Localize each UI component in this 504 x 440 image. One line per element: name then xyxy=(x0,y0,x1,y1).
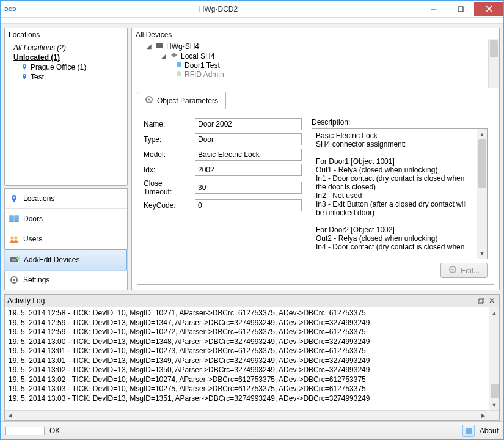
log-vertical-scrollbar[interactable]: ▲▼ xyxy=(489,307,499,410)
title-bar: DCD HWg-DCD2 xyxy=(1,1,503,18)
svg-rect-23 xyxy=(478,299,483,304)
nav-doors[interactable]: Doors xyxy=(5,209,127,229)
svg-point-22 xyxy=(452,268,454,270)
user-icon xyxy=(176,70,182,79)
locations-header: Locations xyxy=(7,31,125,43)
locations-panel: Locations All Locations (2) Unlocated (1… xyxy=(4,28,128,186)
pin-icon xyxy=(9,194,20,204)
about-label: About xyxy=(480,427,499,435)
svg-rect-25 xyxy=(466,428,472,434)
log-line: 19. 5. 2014 13:00 - TICK: DevID=13, MsgI… xyxy=(9,337,487,347)
description-line: In2 - Not used xyxy=(316,191,475,200)
door-icon xyxy=(9,214,20,224)
tree-all-locations[interactable]: All Locations (2) xyxy=(7,43,125,53)
pin-icon xyxy=(21,64,28,71)
type-input[interactable] xyxy=(195,133,302,145)
nav-users[interactable]: Users xyxy=(5,229,127,249)
tree-prague-office[interactable]: Prague Office (1) xyxy=(7,62,125,72)
tree-unlocated[interactable]: Unlocated (1) xyxy=(7,53,125,62)
tree-rfid-admin[interactable]: RFID Admin xyxy=(137,70,494,79)
type-label: Type: xyxy=(144,135,191,144)
about-icon[interactable] xyxy=(462,425,475,437)
name-input[interactable] xyxy=(195,118,302,130)
model-label: Model: xyxy=(144,150,191,159)
svg-point-9 xyxy=(10,236,13,239)
svg-point-4 xyxy=(24,65,25,67)
chip-icon xyxy=(170,51,178,61)
model-input[interactable] xyxy=(195,148,302,161)
svg-point-13 xyxy=(16,256,19,259)
log-line: 19. 5. 2014 13:01 - TICK: DevID=10, MsgI… xyxy=(9,346,487,356)
svg-point-18 xyxy=(177,72,181,76)
nav-add-edit-devices[interactable]: Add/Edit Devices xyxy=(5,249,127,270)
activity-log-body[interactable]: 19. 5. 2014 12:58 - TICK: DevID=10, MsgI… xyxy=(4,307,500,421)
description-line xyxy=(316,148,475,157)
nav-settings[interactable]: Settings xyxy=(5,270,127,290)
device-icon xyxy=(9,255,20,265)
door-icon xyxy=(176,61,182,70)
log-line: 19. 5. 2014 12:59 - TICK: DevID=13, MsgI… xyxy=(9,318,487,328)
maximize-button[interactable] xyxy=(447,2,474,16)
log-line: 19. 5. 2014 13:01 - TICK: DevID=13, MsgI… xyxy=(9,356,487,366)
device-tree-scrollbar[interactable] xyxy=(488,39,499,88)
app-icon: DCD xyxy=(1,1,18,18)
log-horizontal-scrollbar[interactable]: ◀▶ xyxy=(5,410,489,420)
idx-input[interactable] xyxy=(195,164,302,176)
description-line: Out2 - Relya (closed when unlocking) xyxy=(316,234,475,243)
activity-log-header: Activity Log ✕ xyxy=(4,294,500,307)
tab-object-parameters[interactable]: Object Parameters xyxy=(137,92,226,109)
name-label: Name: xyxy=(144,120,191,128)
tree-local-sh4[interactable]: ◢Local SH4 xyxy=(137,51,494,61)
status-ok: OK xyxy=(49,427,60,435)
device-icon xyxy=(155,42,164,51)
all-devices-header: All Devices xyxy=(132,28,499,39)
close-timeout-input[interactable] xyxy=(195,182,302,194)
log-restore-button[interactable] xyxy=(476,296,486,305)
svg-point-15 xyxy=(13,279,15,280)
locations-tree[interactable]: All Locations (2) Unlocated (1) Prague O… xyxy=(7,43,125,183)
close-timeout-label: Close Timeout: xyxy=(144,179,191,196)
log-line: 19. 5. 2014 13:02 - TICK: DevID=13, MsgI… xyxy=(9,365,487,375)
users-icon xyxy=(9,234,20,244)
keycode-label: KeyCode: xyxy=(144,201,191,210)
svg-rect-1 xyxy=(458,7,463,12)
description-line: In3 - Exit Button (after a closed dry co… xyxy=(316,200,475,217)
progress-bar xyxy=(5,427,45,435)
description-textarea[interactable]: Basic Electric LockSH4 connector assignm… xyxy=(312,128,488,259)
description-label: Description: xyxy=(312,118,488,127)
edit-button[interactable]: Edit... xyxy=(440,263,488,278)
log-line: 19. 5. 2014 13:03 - TICK: DevID=13, MsgI… xyxy=(9,394,487,404)
svg-point-6 xyxy=(13,197,15,199)
description-line: SH4 connector assignment: xyxy=(316,140,475,148)
svg-point-5 xyxy=(24,75,25,76)
description-scrollbar[interactable]: ▲▼ xyxy=(477,129,487,258)
nav-locations[interactable]: Locations xyxy=(5,189,127,209)
minimize-button[interactable] xyxy=(419,2,447,16)
tree-root-device[interactable]: ◢HWg-SH4 xyxy=(137,42,494,51)
log-line: 19. 5. 2014 12:58 - TICK: DevID=10, MsgI… xyxy=(9,309,487,318)
log-line: 19. 5. 2014 13:02 - TICK: DevID=10, MsgI… xyxy=(9,375,487,385)
tree-door1-test[interactable]: Door1 Test xyxy=(137,61,494,70)
svg-rect-24 xyxy=(480,298,484,302)
close-button[interactable] xyxy=(474,2,503,16)
svg-rect-7 xyxy=(10,216,13,222)
nav-list: Locations Doors Users Add/Edit Devices S… xyxy=(4,188,128,290)
description-line: Basic Electric Lock xyxy=(316,131,475,140)
status-bar: OK About xyxy=(1,421,503,439)
log-line: 19. 5. 2014 12:59 - TICK: DevID=10, MsgI… xyxy=(9,328,487,337)
pin-icon xyxy=(21,73,28,81)
svg-point-10 xyxy=(14,236,17,239)
gear-icon xyxy=(145,95,153,106)
keycode-input[interactable] xyxy=(195,199,302,211)
description-line: In4 - Door contact (dry contact is close… xyxy=(316,243,475,251)
description-line: Out1 - Relya (closed when unlocking) xyxy=(316,166,475,174)
device-tree[interactable]: ◢HWg-SH4 ◢Local SH4 Door1 Test RFID Admi… xyxy=(132,39,499,82)
description-line: For Door1 [Object 1001] xyxy=(316,157,475,166)
log-close-button[interactable]: ✕ xyxy=(487,296,497,305)
svg-point-20 xyxy=(148,98,150,100)
window-title: HWg-DCD2 xyxy=(18,5,419,13)
idx-label: Idx: xyxy=(144,166,191,174)
svg-rect-16 xyxy=(156,43,163,48)
svg-rect-8 xyxy=(15,216,18,222)
tree-test[interactable]: Test xyxy=(7,72,125,82)
